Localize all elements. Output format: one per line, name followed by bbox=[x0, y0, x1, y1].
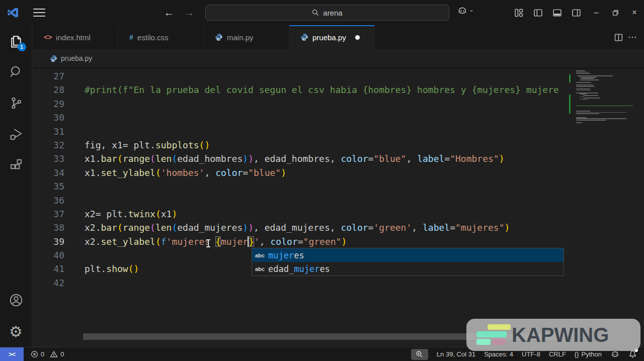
tab-main-py[interactable]: main.py bbox=[204, 25, 289, 49]
line-number: 37 bbox=[33, 207, 64, 221]
search-icon bbox=[312, 9, 319, 16]
line-number: 39 bbox=[33, 235, 64, 248]
braces-icon: {} bbox=[575, 350, 579, 358]
accounts-button[interactable] bbox=[0, 285, 32, 316]
cursor-position-status[interactable]: Ln 39, Col 31 bbox=[437, 350, 475, 358]
sidebar-item-source-control[interactable] bbox=[0, 87, 32, 119]
toggle-sidebar-button[interactable] bbox=[529, 5, 546, 20]
sidebar-item-search[interactable] bbox=[0, 56, 32, 87]
line-number: 41 bbox=[33, 262, 64, 276]
toggle-secondary-sidebar-button[interactable] bbox=[568, 5, 585, 20]
code-area[interactable]: 2728#print(f"En la prueba del covid segu… bbox=[33, 67, 644, 347]
python-file-icon bbox=[50, 55, 57, 62]
chevron-down-icon: ⌄ bbox=[469, 6, 474, 13]
error-count: 0 bbox=[41, 350, 44, 358]
line-number: 30 bbox=[33, 111, 64, 124]
mouse-cursor-ibeam bbox=[206, 239, 210, 247]
tab-label: prueba.py bbox=[312, 33, 346, 42]
remote-indicator[interactable]: >< bbox=[0, 347, 24, 361]
code-line[interactable]: 36 bbox=[33, 194, 644, 207]
code-line[interactable]: 33x1.bar(range(len(edad_hombres)), edad_… bbox=[33, 152, 644, 165]
zoom-indicator[interactable] bbox=[411, 349, 428, 360]
extensions-icon bbox=[9, 158, 24, 173]
split-editor-button[interactable] bbox=[614, 33, 623, 42]
problems-status[interactable]: 0 0 bbox=[31, 350, 64, 358]
tab-index-html[interactable]: <> index.html bbox=[33, 25, 118, 49]
gear-icon: ⚙ bbox=[9, 323, 23, 340]
sidebar-item-explorer[interactable]: 1 bbox=[0, 25, 32, 56]
modified-dot-icon[interactable] bbox=[355, 35, 360, 40]
code-line[interactable]: 37x2= plt.twinx(x1) bbox=[33, 207, 644, 221]
nav-forward-button[interactable]: → bbox=[182, 5, 196, 20]
restore-button[interactable] bbox=[606, 0, 625, 25]
kapwing-text: KAPWING bbox=[512, 324, 609, 346]
line-number: 27 bbox=[33, 69, 64, 83]
toggle-panel-button[interactable] bbox=[548, 5, 566, 20]
warning-icon bbox=[50, 350, 58, 358]
zoom-in-icon bbox=[416, 350, 423, 358]
code-line[interactable]: 28#print(f"En la prueba del covid segun … bbox=[33, 83, 644, 97]
code-line[interactable]: 31 bbox=[33, 125, 644, 138]
notifications-bell-button[interactable] bbox=[628, 350, 637, 358]
line-number: 34 bbox=[33, 166, 64, 179]
line-number: 36 bbox=[33, 194, 64, 207]
vscode-window: ← → arena ⌄ – bbox=[0, 0, 644, 361]
suggest-item[interactable]: abcmujeres bbox=[252, 248, 564, 262]
minimap-git-indicator bbox=[569, 74, 571, 82]
code-line[interactable]: 35 bbox=[33, 179, 644, 193]
indentation-status[interactable]: Spaces: 4 bbox=[484, 350, 513, 358]
tab-estilo-css[interactable]: # estilo.css bbox=[118, 25, 204, 49]
settings-button[interactable]: ⚙ bbox=[0, 316, 32, 347]
breadcrumb-file[interactable]: prueba.py bbox=[61, 54, 92, 62]
tab-prueba-py[interactable]: prueba.py bbox=[289, 25, 375, 49]
minimap-content bbox=[576, 70, 640, 125]
nav-back-button[interactable]: ← bbox=[162, 5, 176, 20]
code-line[interactable]: 32fig, x1= plt.subplots() bbox=[33, 138, 644, 152]
kapwing-watermark: KAPWING bbox=[466, 319, 640, 351]
sidebar-item-run-debug[interactable] bbox=[0, 119, 32, 150]
language-status[interactable]: {} Python bbox=[575, 350, 602, 358]
source-control-icon bbox=[9, 96, 24, 111]
minimap[interactable] bbox=[571, 67, 644, 347]
minimize-button[interactable]: – bbox=[587, 0, 606, 25]
explorer-badge: 1 bbox=[18, 43, 26, 51]
menu-hamburger-icon[interactable] bbox=[33, 9, 45, 17]
code-line[interactable]: 42 bbox=[33, 276, 644, 290]
tab-label: main.py bbox=[227, 33, 254, 42]
suggest-item[interactable]: abcedad_mujeres bbox=[252, 262, 564, 276]
close-window-button[interactable]: × bbox=[625, 0, 644, 25]
code-line[interactable]: 34x1.set_ylabel('hombes', color="blue") bbox=[33, 166, 644, 179]
python-file-icon bbox=[215, 33, 223, 41]
kapwing-logo-icon bbox=[472, 323, 512, 346]
breadcrumb[interactable]: prueba.py bbox=[33, 49, 644, 67]
code-line[interactable]: 30 bbox=[33, 111, 644, 124]
customize-layout-button[interactable] bbox=[510, 5, 527, 20]
code-line[interactable]: 27 bbox=[33, 69, 644, 83]
line-number: 28 bbox=[33, 83, 64, 97]
line-number: 29 bbox=[33, 97, 64, 111]
css-file-icon: # bbox=[129, 33, 133, 41]
search-icon bbox=[9, 64, 24, 79]
error-icon bbox=[31, 350, 38, 358]
code-line[interactable]: 29 bbox=[33, 97, 644, 111]
copilot-icon bbox=[457, 5, 468, 16]
tab-bar: <> index.html # estilo.css main.py prueb… bbox=[33, 25, 644, 49]
tab-label: estilo.css bbox=[137, 33, 169, 42]
suggest-widget: abcmujeresabcedad_mujeres bbox=[252, 248, 564, 276]
html-file-icon: <> bbox=[44, 33, 52, 41]
title-bar: ← → arena ⌄ – bbox=[0, 0, 644, 25]
line-number: 40 bbox=[33, 248, 64, 262]
line-number: 31 bbox=[33, 125, 64, 138]
editor-actions-more-button[interactable]: ⋯ bbox=[628, 32, 637, 43]
eol-status[interactable]: CRLF bbox=[549, 350, 566, 358]
sidebar-item-extensions[interactable] bbox=[0, 150, 32, 181]
code-line[interactable]: 38x2.bar(range(len(edad_mujeres)), edad_… bbox=[33, 221, 644, 234]
encoding-status[interactable]: UTF-8 bbox=[522, 350, 540, 358]
debug-icon bbox=[9, 127, 24, 142]
minimap-git-indicator bbox=[569, 95, 571, 114]
copilot-menu-button[interactable]: ⌄ bbox=[457, 5, 474, 16]
suggest-kind-icon: abc bbox=[255, 266, 268, 272]
line-number: 38 bbox=[33, 221, 64, 234]
command-center-search[interactable]: arena bbox=[205, 5, 449, 21]
code-line[interactable]: 39x2.set_ylabel(f'mujeres {mujer}', colo… bbox=[33, 235, 644, 248]
